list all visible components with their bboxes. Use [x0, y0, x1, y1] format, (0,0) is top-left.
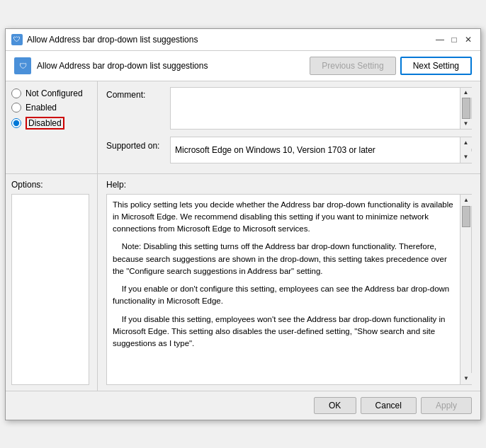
- title-bar-left: 🛡 Allow Address bar drop-down list sugge…: [11, 34, 198, 45]
- enabled-label: Enabled: [26, 103, 57, 113]
- header-icon: 🛡: [14, 57, 31, 74]
- options-panel: Options:: [6, 174, 98, 391]
- help-paragraph-2: Note: Disabling this setting turns off t…: [113, 241, 454, 277]
- help-label: Help:: [106, 180, 472, 190]
- prev-setting-button[interactable]: Previous Setting: [310, 57, 395, 75]
- comment-scroll-down[interactable]: ▼: [460, 119, 472, 129]
- dialog-window: 🛡 Allow Address bar drop-down list sugge…: [5, 28, 481, 420]
- not-configured-option[interactable]: Not Configured: [11, 88, 91, 98]
- help-paragraph-4: If you disable this setting, employees w…: [113, 314, 454, 350]
- main-content: Not Configured Enabled Disabled Comment:: [6, 81, 480, 173]
- supported-scroll-wrapper: Microsoft Edge on Windows 10, Version 17…: [170, 137, 472, 163]
- disabled-label: Disabled: [26, 117, 64, 130]
- supported-scrollbar: ▲ ▼: [460, 137, 472, 163]
- window-title: Allow Address bar drop-down list suggest…: [27, 35, 198, 45]
- comment-scrollbar: ▲ ▼: [460, 87, 472, 130]
- comment-scroll-track: [460, 98, 471, 119]
- supported-row: Supported on: Microsoft Edge on Windows …: [106, 137, 472, 163]
- apply-button[interactable]: Apply: [421, 397, 472, 414]
- help-scroll-thumb: [462, 206, 470, 227]
- enabled-option[interactable]: Enabled: [11, 103, 91, 113]
- footer: OK Cancel Apply: [6, 391, 480, 420]
- help-scroll-down[interactable]: ▼: [460, 373, 472, 384]
- ok-button[interactable]: OK: [314, 397, 356, 414]
- help-scrollbar: ▲ ▼: [460, 194, 472, 385]
- supported-label: Supported on:: [106, 137, 170, 163]
- supported-scroll-up[interactable]: ▲: [460, 137, 472, 149]
- header-buttons: Previous Setting Next Setting: [310, 57, 472, 75]
- radio-group: Not Configured Enabled Disabled: [11, 88, 91, 130]
- comment-label: Comment:: [106, 87, 170, 100]
- bottom-panel: Options: Help: This policy setting lets …: [6, 173, 480, 391]
- comment-box[interactable]: [170, 87, 460, 130]
- left-panel: Not Configured Enabled Disabled: [6, 81, 98, 173]
- cancel-button[interactable]: Cancel: [361, 397, 417, 414]
- help-paragraph-3: If you enable or don't configure this se…: [113, 283, 454, 308]
- next-setting-button[interactable]: Next Setting: [400, 57, 472, 75]
- title-controls: — □ ✕: [434, 33, 475, 46]
- not-configured-label: Not Configured: [26, 88, 83, 98]
- window-icon: 🛡: [11, 34, 23, 45]
- title-bar: 🛡 Allow Address bar drop-down list sugge…: [6, 29, 480, 51]
- options-box: [11, 194, 89, 385]
- header-title-area: 🛡 Allow Address bar drop-down list sugge…: [14, 57, 208, 74]
- maximize-button[interactable]: □: [448, 33, 460, 46]
- enabled-radio[interactable]: [11, 103, 21, 113]
- comment-scroll-up[interactable]: ▲: [460, 88, 472, 98]
- options-label: Options:: [11, 180, 91, 190]
- minimize-button[interactable]: —: [434, 33, 446, 46]
- help-scroll-up[interactable]: ▲: [460, 195, 472, 206]
- not-configured-radio[interactable]: [11, 88, 21, 98]
- help-scroll-container: This policy setting lets you decide whet…: [106, 194, 472, 385]
- comment-scroll-wrapper: ▲ ▼: [170, 87, 472, 130]
- supported-value: Microsoft Edge on Windows 10, Version 17…: [170, 137, 460, 163]
- disabled-option[interactable]: Disabled: [11, 117, 91, 130]
- help-panel: Help: This policy setting lets you decid…: [98, 174, 480, 391]
- close-button[interactable]: ✕: [462, 33, 475, 46]
- help-paragraph-1: This policy setting lets you decide whet…: [113, 199, 454, 236]
- header-title-text: Allow Address bar drop-down list suggest…: [37, 61, 208, 71]
- comment-row: Comment: ▲ ▼: [106, 87, 472, 130]
- supported-scroll-down[interactable]: ▼: [460, 151, 472, 163]
- header-bar: 🛡 Allow Address bar drop-down list sugge…: [6, 51, 480, 81]
- disabled-radio[interactable]: [11, 118, 21, 128]
- help-text-box: This policy setting lets you decide whet…: [106, 194, 460, 385]
- comment-scroll-thumb: [462, 98, 470, 119]
- help-scroll-track: [460, 206, 471, 373]
- right-panel: Comment: ▲ ▼ Supported on:: [98, 81, 480, 173]
